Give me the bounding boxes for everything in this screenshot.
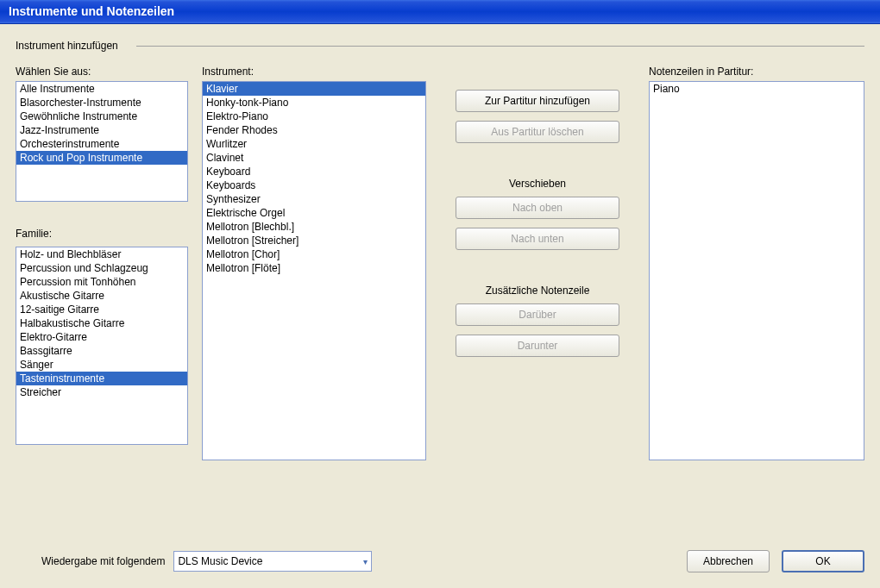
list-item[interactable]: Blasorchester-Instrumente xyxy=(16,96,187,109)
extra-above-button[interactable]: Darüber xyxy=(456,303,619,326)
list-item[interactable]: Percussion mit Tonhöhen xyxy=(16,275,187,289)
list-item[interactable]: Piano xyxy=(650,82,864,96)
list-item[interactable]: Streicher xyxy=(16,385,187,399)
dialog-body: Instrument hinzufügen Wählen Sie aus: Al… xyxy=(0,24,880,588)
list-item[interactable]: Gewöhnliche Instrumente xyxy=(16,109,187,123)
chevron-down-icon: ▾ xyxy=(363,557,368,566)
extra-below-button[interactable]: Darunter xyxy=(456,335,619,357)
list-item[interactable]: Tasteninstrumente xyxy=(16,372,187,385)
content-grid: Wählen Sie aus: Alle InstrumenteBlasorch… xyxy=(16,66,864,528)
list-item[interactable]: Clavinet xyxy=(203,151,425,165)
move-label: Verschieben xyxy=(509,178,566,190)
playback-label: Wiedergabe mit folgendem xyxy=(41,555,165,567)
list-item[interactable]: Elektro-Gitarre xyxy=(16,330,187,344)
cancel-button[interactable]: Abbrechen xyxy=(687,550,770,572)
list-item[interactable]: Mellotron [Flöte] xyxy=(203,261,425,275)
list-item[interactable]: Percussion und Schlagzeug xyxy=(16,261,187,275)
family-listbox[interactable]: Holz- und BlechbläserPercussion und Schl… xyxy=(16,247,188,445)
list-item[interactable]: Keyboard xyxy=(203,165,425,178)
list-item[interactable]: Wurlitzer xyxy=(203,137,425,151)
move-down-button[interactable]: Nach unten xyxy=(456,228,619,250)
window-title: Instrumente und Notenzeilen xyxy=(9,4,174,18)
groupbox-add-instrument: Instrument hinzufügen xyxy=(16,40,864,47)
list-item[interactable]: Orchesterinstrumente xyxy=(16,137,187,151)
list-item[interactable]: Rock und Pop Instrumente xyxy=(16,151,187,165)
choose-listbox[interactable]: Alle InstrumenteBlasorchester-Instrument… xyxy=(16,81,188,202)
groupbox-divider xyxy=(136,46,864,47)
delete-from-score-button[interactable]: Aus Partitur löschen xyxy=(456,121,619,143)
score-label: Notenzeilen in Partitur: xyxy=(649,66,864,78)
instrument-listbox[interactable]: KlavierHonky-tonk-PianoElektro-PianoFend… xyxy=(202,81,426,460)
playback-device-value: DLS Music Device xyxy=(178,555,262,567)
list-item[interactable]: Mellotron [Chor] xyxy=(203,247,425,261)
bottom-row: Wiedergabe mit folgendem DLS Music Devic… xyxy=(16,550,864,572)
family-label: Familie: xyxy=(16,228,188,240)
ok-button[interactable]: OK xyxy=(782,550,864,572)
list-item[interactable]: Mellotron [Blechbl.] xyxy=(203,220,425,234)
list-item[interactable]: Keyboards xyxy=(203,178,425,192)
list-item[interactable]: Klavier xyxy=(203,82,425,96)
add-to-score-button[interactable]: Zur Partitur hinzufügen xyxy=(456,90,619,112)
list-item[interactable]: Halbakustische Gitarre xyxy=(16,316,187,330)
move-up-button[interactable]: Nach oben xyxy=(456,197,619,219)
score-listbox[interactable]: Piano xyxy=(649,81,864,460)
playback-device-combobox[interactable]: DLS Music Device ▾ xyxy=(173,551,372,572)
column-instrument: Instrument: KlavierHonky-tonk-PianoElekt… xyxy=(202,66,426,528)
extra-staff-label: Zusätzliche Notenzeile xyxy=(486,285,590,297)
list-item[interactable]: Honky-tonk-Piano xyxy=(203,96,425,109)
choose-label: Wählen Sie aus: xyxy=(16,66,188,78)
list-item[interactable]: Akustische Gitarre xyxy=(16,289,187,303)
column-buttons: Zur Partitur hinzufügen Aus Partitur lös… xyxy=(440,66,635,528)
list-item[interactable]: Bassgitarre xyxy=(16,344,187,358)
list-item[interactable]: Mellotron [Streicher] xyxy=(203,234,425,247)
list-item[interactable]: Jazz-Instrumente xyxy=(16,123,187,137)
list-item[interactable]: Elektrische Orgel xyxy=(203,206,425,220)
list-item[interactable]: Sänger xyxy=(16,358,187,372)
list-item[interactable]: Alle Instrumente xyxy=(16,82,187,96)
instrument-label: Instrument: xyxy=(202,66,426,78)
list-item[interactable]: Elektro-Piano xyxy=(203,109,425,123)
list-item[interactable]: Synthesizer xyxy=(203,192,425,206)
column-score: Notenzeilen in Partitur: Piano xyxy=(649,66,864,528)
groupbox-label: Instrument hinzufügen xyxy=(16,40,123,52)
list-item[interactable]: Fender Rhodes xyxy=(203,123,425,137)
list-item[interactable]: 12-saitige Gitarre xyxy=(16,303,187,316)
list-item[interactable]: Holz- und Blechbläser xyxy=(16,247,187,261)
column-left: Wählen Sie aus: Alle InstrumenteBlasorch… xyxy=(16,66,188,528)
window-titlebar: Instrumente und Notenzeilen xyxy=(0,0,880,24)
